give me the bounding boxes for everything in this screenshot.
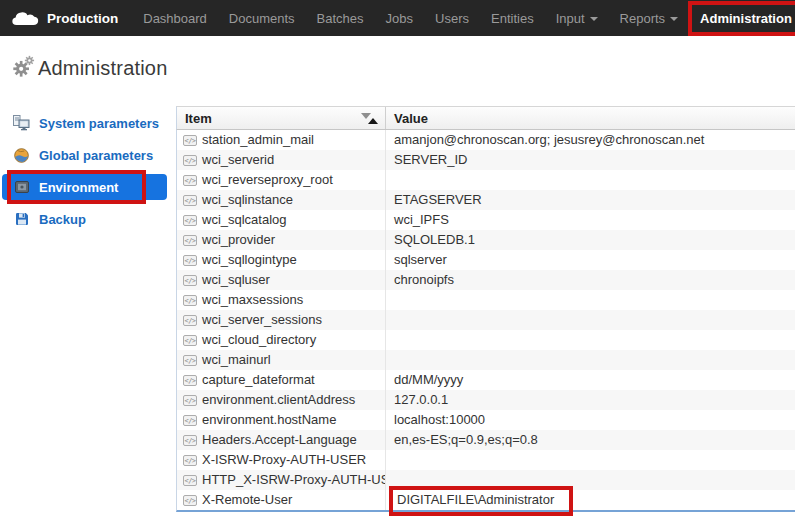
item-name: X-ISRW-Proxy-AUTH-USER (202, 450, 366, 470)
item-cell[interactable]: </>wci_server_sessions (177, 310, 386, 330)
item-cell[interactable]: </>station_admin_mail (177, 130, 386, 150)
nav-item-documents[interactable]: Documents (229, 11, 295, 26)
table-row[interactable]: </>wci_server_sessions (177, 310, 795, 330)
chevron-down-icon (590, 17, 598, 21)
nav-item-reports[interactable]: Reports (620, 11, 679, 26)
nav-item-users[interactable]: Users (435, 11, 469, 26)
item-name: wci_cloud_directory (202, 330, 316, 350)
code-tag-icon: </> (183, 335, 197, 346)
table-row[interactable]: </>wci_serveridSERVER_ID (177, 150, 795, 170)
value-cell[interactable]: ETAGSERVER (386, 190, 795, 210)
item-name: HTTP_X-ISRW-Proxy-AUTH-US... (202, 470, 386, 490)
item-cell[interactable]: </>wci_serverid (177, 150, 386, 170)
column-header-item[interactable]: Item (177, 107, 386, 129)
column-header-value[interactable]: Value (386, 107, 795, 129)
value-cell[interactable] (386, 330, 795, 350)
item-name: environment.hostName (202, 410, 336, 430)
value-cell[interactable] (386, 310, 795, 330)
item-cell[interactable]: </>X-Remote-User (177, 490, 386, 510)
code-tag-icon: </> (183, 475, 197, 486)
table-row[interactable]: </>wci_cloud_directory (177, 330, 795, 350)
table-row[interactable]: </>capture_dateformatdd/MM/yyyy (177, 370, 795, 390)
sidebar-item-global-parameters[interactable]: Global parameters (0, 139, 176, 171)
table-header-row: Item Value (176, 106, 795, 130)
item-cell[interactable]: </>wci_sqlcatalog (177, 210, 386, 230)
code-tag-icon: </> (183, 295, 197, 306)
item-cell[interactable]: </>wci_sqlinstance (177, 190, 386, 210)
table-row[interactable]: </>environment.clientAddress127.0.0.1 (177, 390, 795, 410)
value-cell[interactable]: chronoipfs (386, 270, 795, 290)
value-cell[interactable]: en,es-ES;q=0.9,es;q=0.8 (386, 430, 795, 450)
item-name: wci_maxsessions (202, 290, 303, 310)
item-cell[interactable]: </>wci_cloud_directory (177, 330, 386, 350)
nav-item-jobs[interactable]: Jobs (386, 11, 413, 26)
parameters-table: Item Value </>station_admin_mailamanjon@… (176, 106, 795, 512)
sidebar-item-system-parameters[interactable]: System parameters (0, 107, 176, 139)
sidebar-item-backup[interactable]: Backup (0, 203, 176, 235)
code-tag-icon: </> (183, 275, 197, 286)
value-cell[interactable]: sqlserver (386, 250, 795, 270)
item-cell[interactable]: </>wci_sqllogintype (177, 250, 386, 270)
table-row[interactable]: </>X-Remote-UserDIGITALFILE\Administrato… (177, 490, 795, 510)
item-name: capture_dateformat (202, 370, 315, 390)
table-row[interactable]: </>wci_sqlinstanceETAGSERVER (177, 190, 795, 210)
nav-item-batches[interactable]: Batches (317, 11, 364, 26)
table-row[interactable]: </>wci_maxsessions (177, 290, 795, 310)
sidebar-item-environment[interactable]: Environment (0, 171, 176, 203)
brand[interactable]: Production (10, 9, 118, 28)
value-cell[interactable]: dd/MM/yyyy (386, 370, 795, 390)
item-cell[interactable]: </>HTTP_X-ISRW-Proxy-AUTH-US... (177, 470, 386, 490)
table-row[interactable]: </>X-ISRW-Proxy-AUTH-USER (177, 450, 795, 470)
sidebar: System parametersGlobal parametersEnviro… (0, 107, 176, 235)
table-row[interactable]: </>wci_mainurl (177, 350, 795, 370)
value-cell[interactable]: wci_IPFS (386, 210, 795, 230)
backup-icon (13, 211, 30, 227)
item-name: station_admin_mail (202, 130, 314, 150)
nav-item-entities[interactable]: Entities (491, 11, 534, 26)
value-cell[interactable]: SQLOLEDB.1 (386, 230, 795, 250)
nav-item-administration[interactable]: Administration (688, 1, 795, 36)
item-value: localhost:10000 (394, 412, 485, 427)
item-cell[interactable]: </>environment.hostName (177, 410, 386, 430)
item-cell[interactable]: </>wci_reverseproxy_root (177, 170, 386, 190)
value-cell[interactable]: localhost:10000 (386, 410, 795, 430)
environment-icon (13, 179, 30, 195)
item-name: wci_sqlcatalog (202, 210, 287, 230)
item-cell[interactable]: </>wci_mainurl (177, 350, 386, 370)
value-cell[interactable]: DIGITALFILE\Administrator (386, 490, 795, 510)
value-cell[interactable]: amanjon@chronoscan.org; jesusrey@chronos… (386, 130, 795, 150)
value-cell[interactable]: SERVER_ID (386, 150, 795, 170)
item-cell[interactable]: </>environment.clientAddress (177, 390, 386, 410)
value-cell[interactable]: 127.0.0.1 (386, 390, 795, 410)
nav-item-input[interactable]: Input (556, 11, 598, 26)
table-row[interactable]: </>wci_sqlcatalogwci_IPFS (177, 210, 795, 230)
item-name: wci_mainurl (202, 350, 271, 370)
sort-icon[interactable] (361, 113, 378, 124)
value-cell[interactable] (386, 170, 795, 190)
item-cell[interactable]: </>X-ISRW-Proxy-AUTH-USER (177, 450, 386, 470)
table-row[interactable]: </>Headers.Accept-Languageen,es-ES;q=0.9… (177, 430, 795, 450)
value-cell[interactable] (386, 450, 795, 470)
item-name: wci_provider (202, 230, 275, 250)
value-cell[interactable] (386, 290, 795, 310)
item-cell[interactable]: </>wci_maxsessions (177, 290, 386, 310)
item-cell[interactable]: </>capture_dateformat (177, 370, 386, 390)
item-name: wci_server_sessions (202, 310, 322, 330)
table-row[interactable]: </>station_admin_mailamanjon@chronoscan.… (177, 130, 795, 150)
value-cell[interactable] (386, 350, 795, 370)
table-row[interactable]: </>wci_sqluserchronoipfs (177, 270, 795, 290)
item-cell[interactable]: </>wci_sqluser (177, 270, 386, 290)
item-cell[interactable]: </>wci_provider (177, 230, 386, 250)
item-value: SQLOLEDB.1 (394, 232, 475, 247)
item-cell[interactable]: </>Headers.Accept-Language (177, 430, 386, 450)
table-row[interactable]: </>environment.hostNamelocalhost:10000 (177, 410, 795, 430)
table-row[interactable]: </>wci_sqllogintypesqlserver (177, 250, 795, 270)
table-row[interactable]: </>wci_reverseproxy_root (177, 170, 795, 190)
nav-item-label: Reports (620, 11, 666, 26)
nav-item-dashboard[interactable]: Dashboard (143, 11, 207, 26)
nav-item-label: Batches (317, 11, 364, 26)
table-row[interactable]: </>wci_providerSQLOLEDB.1 (177, 230, 795, 250)
item-value: en,es-ES;q=0.9,es;q=0.8 (394, 432, 538, 447)
nav-item-label: Users (435, 11, 469, 26)
item-value: SERVER_ID (394, 152, 467, 167)
